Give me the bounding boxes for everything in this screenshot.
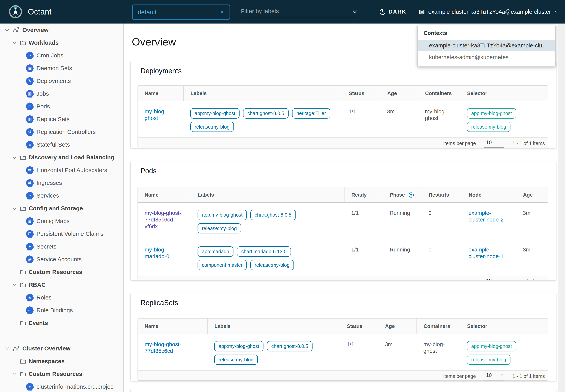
- selector-tag[interactable]: release:my-blog: [467, 355, 510, 365]
- page-size-select[interactable]: 10: [484, 278, 504, 280]
- label-tag[interactable]: app:mariadb: [198, 246, 234, 257]
- app-title: Octant: [28, 0, 52, 24]
- sidebar-item-overview[interactable]: Overview: [0, 24, 123, 36]
- node-link[interactable]: example-cluster-node-2: [468, 210, 508, 223]
- sidebar-item-service-accounts[interactable]: ◉ Service Accounts: [0, 253, 123, 266]
- chevron-down-icon[interactable]: [4, 27, 10, 33]
- sidebar-group-cluster-custom-resources[interactable]: Custom Resources: [0, 367, 123, 380]
- sidebar-item-horizontal-pod-autoscalers[interactable]: ⇄ Horizontal Pod Autoscalers: [0, 164, 123, 176]
- selector-tag[interactable]: release:my-blog: [467, 122, 510, 132]
- sidebar-item-deployments[interactable]: ↻ Deployments: [0, 74, 123, 87]
- table-header-row: Name Labels Status Age Containers Select…: [138, 319, 548, 334]
- selector-tag[interactable]: app:my-blog-ghost: [467, 108, 516, 119]
- column-header-status: Status: [342, 86, 380, 101]
- chevron-down-icon[interactable]: [352, 9, 358, 14]
- pvc-icon: ⊟: [26, 230, 34, 238]
- sidebar-item-config-maps[interactable]: ≣ Config Maps: [0, 215, 123, 227]
- sidebar-item-clusterinformations-crd[interactable]: + clusterinformations.crd.projec: [0, 380, 123, 392]
- pagination-range: 1 - 2 of 2 items: [512, 279, 545, 280]
- label-tag[interactable]: chart:ghost-8.0.5: [267, 341, 312, 351]
- dark-mode-label: DARK: [389, 9, 406, 15]
- main-content: Overview Deployments Name Labels Status …: [124, 24, 565, 392]
- table-row: my-blog-mariadb-0 app:mariadb chart:mari…: [138, 239, 548, 276]
- label-tag[interactable]: chart:ghost-8.0.5: [250, 210, 296, 220]
- deployment-link[interactable]: my-blog-ghost: [145, 108, 176, 122]
- column-header-containers: Containers: [416, 319, 460, 334]
- sidebar-item-services[interactable]: ⌂ Services: [0, 189, 123, 202]
- label-tag[interactable]: heritage:Tiller: [292, 108, 330, 119]
- namespace-select[interactable]: default ▼: [132, 4, 230, 20]
- chevron-down-icon[interactable]: [12, 155, 17, 160]
- current-context-label: example-cluster-ka3TuTzYo4a@example-clus…: [428, 9, 551, 15]
- sidebar-group-rbac[interactable]: RBAC: [0, 278, 123, 291]
- sidebar-item-daemon-sets[interactable]: ▣ Daemon Sets: [0, 62, 123, 74]
- sidebar-item-stateful-sets[interactable]: ≡ Stateful Sets: [0, 138, 123, 151]
- chevron-down-icon: [554, 10, 558, 14]
- selector-tag[interactable]: app:my-blog-ghost: [467, 341, 516, 351]
- label-tag[interactable]: chart:mariadb-6.13.0: [237, 246, 291, 257]
- sidebar-group-discovery-load-balancing[interactable]: Discovery and Load Balancing: [0, 151, 123, 164]
- folder-icon: [20, 269, 26, 275]
- jobs-icon: ▦: [26, 90, 34, 98]
- context-menu-item[interactable]: kubernetes-admin@kubernetes: [418, 51, 555, 63]
- label-tag[interactable]: app:my-blog-ghost: [190, 108, 239, 119]
- column-header-ready: Ready: [344, 187, 383, 202]
- sidebar-item-ingresses[interactable]: ⇉ Ingresses: [0, 176, 123, 189]
- pods-card-title: Pods: [140, 167, 556, 175]
- label-tag[interactable]: component:master: [198, 260, 247, 270]
- chevron-down-icon: [499, 140, 503, 144]
- chevron-down-icon[interactable]: [12, 206, 17, 211]
- column-header-labels: Labels: [183, 86, 342, 101]
- column-header-age: Age: [516, 187, 548, 202]
- sidebar-item-persistent-volume-claims[interactable]: ⊟ Persistent Volume Claims: [0, 227, 123, 240]
- sidebar-group-events[interactable]: Events: [0, 317, 123, 329]
- dark-mode-toggle[interactable]: DARK: [379, 0, 406, 24]
- sidebar-item-secrets[interactable]: ∗ Secrets: [0, 240, 123, 253]
- column-header-selector: Selector: [460, 86, 548, 101]
- pod-link[interactable]: my-blog-ghost-77df85c6cd-vf6dx: [145, 210, 183, 230]
- sidebar-item-pods[interactable]: □ Pods: [0, 100, 123, 113]
- sidebar-item-cluster-overview[interactable]: Cluster Overview: [0, 342, 123, 355]
- label-tag[interactable]: release:my-blog: [214, 355, 258, 365]
- vertical-scrollbar[interactable]: [558, 24, 565, 392]
- sidebar-group-workloads[interactable]: Workloads: [0, 36, 123, 49]
- sidebar-item-replica-sets[interactable]: ▥ Replica Sets: [0, 113, 123, 126]
- sidebar-item-role-bindings[interactable]: ∞ Role Bindings: [0, 304, 123, 317]
- node-link[interactable]: example-cluster-node-1: [468, 246, 508, 260]
- label-tag[interactable]: app:my-blog-ghost: [198, 210, 247, 220]
- context-switcher[interactable]: example-cluster-ka3TuTzYo4a@example-clus…: [418, 0, 558, 24]
- sidebar-item-replication-controllers[interactable]: ↺ Replication Controllers: [0, 126, 123, 138]
- page-size-select[interactable]: 10: [484, 372, 504, 380]
- pod-link[interactable]: my-blog-mariadb-0: [145, 246, 183, 260]
- octant-logo-icon: [8, 4, 23, 19]
- label-tag[interactable]: release:my-blog: [198, 223, 241, 234]
- table-row: my-blog-ghost-77df85c6cd-vf6dx app:my-bl…: [138, 203, 548, 239]
- folder-icon: [20, 39, 26, 46]
- filter-labels-input[interactable]: Filter by labels: [241, 6, 358, 18]
- folder-icon: [20, 320, 26, 326]
- replicaset-link[interactable]: my-blog-ghost-77df85c6cd: [145, 341, 199, 354]
- chevron-down-icon[interactable]: [12, 40, 17, 45]
- sidebar-item-jobs[interactable]: ▦ Jobs: [0, 87, 123, 100]
- sidebar-group-namespaces[interactable]: Namespaces: [0, 355, 123, 367]
- chevron-down-icon: [499, 279, 503, 280]
- contexts-dropdown: Contexts example-cluster-ka3TuTzYo4a@exa…: [417, 25, 556, 67]
- chevron-down-icon[interactable]: [12, 282, 17, 288]
- sidebar-item-cron-jobs[interactable]: ◔ Cron Jobs: [0, 49, 123, 62]
- sidebar-item-roles[interactable]: ◈ Roles: [0, 291, 123, 304]
- replica-sets-icon: ▥: [26, 115, 34, 123]
- sidebar-group-config-and-storage[interactable]: Config and Storage: [0, 202, 123, 215]
- pods-card: Pods Name Labels Ready Phase Restarts No…: [131, 161, 556, 280]
- filter-funnel-icon[interactable]: [408, 192, 414, 198]
- chevron-down-icon[interactable]: [12, 371, 17, 377]
- context-menu-item-selected[interactable]: example-cluster-ka3TuTzYo4a@example-clu…: [418, 40, 555, 51]
- page-size-select[interactable]: 10: [484, 139, 504, 148]
- cluster-icon: [418, 8, 425, 15]
- label-tag[interactable]: app:my-blog-ghost: [214, 341, 264, 351]
- chevron-down-icon[interactable]: [4, 346, 10, 351]
- label-tag[interactable]: chart:ghost-8.0.5: [243, 108, 289, 119]
- label-tag[interactable]: release:my-blog: [190, 122, 234, 132]
- label-tag[interactable]: release:my-blog: [250, 260, 294, 270]
- age-cell: 3m: [378, 334, 416, 370]
- sidebar-group-custom-resources[interactable]: Custom Resources: [0, 266, 123, 278]
